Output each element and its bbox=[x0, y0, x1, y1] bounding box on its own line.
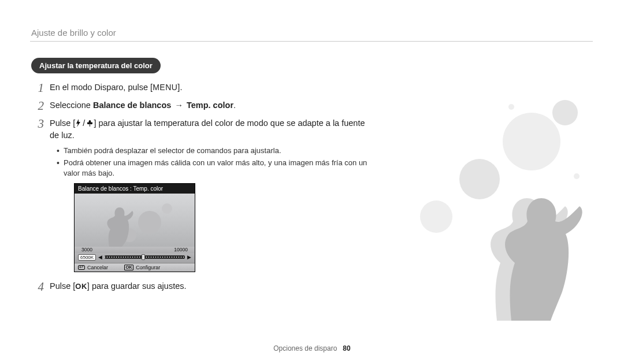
ok-label: Configurar bbox=[136, 265, 160, 270]
step-3: 3 Pulse [ / ] para ajustar la temperatur… bbox=[31, 117, 596, 141]
cancel-label: Cancelar bbox=[87, 265, 108, 270]
arrow-icon: → bbox=[174, 101, 183, 110]
lcd-header: Balance de blancos : Temp. color bbox=[75, 184, 195, 194]
flash-macro-icon-pair: / bbox=[75, 117, 94, 129]
text: ] para guardar sus ajustes. bbox=[87, 281, 187, 291]
flash-icon bbox=[75, 119, 81, 127]
step-1: 1 En el modo Disparo, pulse [MENU]. bbox=[31, 81, 596, 95]
title-rule bbox=[30, 41, 593, 42]
ok-glyph: OK bbox=[75, 282, 87, 291]
step-number: 1 bbox=[31, 81, 44, 95]
text: En el modo Disparo, pulse [ bbox=[50, 83, 153, 92]
step-body: Pulse [OK] para guardar sus ajustes. bbox=[50, 280, 187, 294]
bullet-item: También podrá desplazar el selector de c… bbox=[57, 146, 380, 156]
camera-lcd-preview: Balance de blancos : Temp. color 3000 10… bbox=[74, 183, 195, 273]
lcd-canvas bbox=[75, 194, 195, 247]
step-number: 3 bbox=[31, 117, 44, 141]
lcd-footer: Cancelar OK Configurar bbox=[75, 263, 195, 272]
step-body: Seleccione Balance de blancos → Temp. co… bbox=[50, 99, 236, 113]
text: Seleccione bbox=[50, 101, 93, 110]
scale-min: 3000 bbox=[81, 247, 92, 252]
svg-point-2 bbox=[162, 203, 172, 214]
right-triangle-icon: ▶ bbox=[187, 254, 191, 260]
lcd-scale: 3000 10000 bbox=[75, 247, 195, 253]
text: . bbox=[233, 101, 236, 110]
step-number: 2 bbox=[31, 99, 44, 113]
sub-bullets: También podrá desplazar el selector de c… bbox=[57, 146, 380, 179]
bold-text: Balance de blancos bbox=[93, 101, 171, 110]
menu-glyph: MENU bbox=[153, 83, 177, 92]
step-body: Pulse [ / ] para ajustar la temperatura … bbox=[50, 117, 373, 141]
text: ]. bbox=[177, 83, 182, 92]
lcd-cancel: Cancelar bbox=[78, 265, 108, 270]
bold-text: Temp. color bbox=[187, 101, 233, 110]
lcd-slider-row: 6500K ◀ ▶ bbox=[75, 253, 195, 263]
macro-icon bbox=[86, 119, 94, 127]
slash: / bbox=[83, 117, 85, 129]
ok-icon: OK bbox=[124, 265, 133, 270]
bullet-item: Podrá obtener una imagen más cálida con … bbox=[57, 158, 380, 178]
page-footer: Opciones de disparo 80 bbox=[0, 344, 624, 352]
svg-point-0 bbox=[138, 211, 161, 234]
left-triangle-icon: ◀ bbox=[98, 254, 102, 260]
child-silhouette-icon bbox=[75, 194, 195, 247]
page-title: Ajuste de brillo y color bbox=[28, 28, 596, 38]
lcd-ok: OK Configurar bbox=[124, 265, 160, 270]
step-body: En el modo Disparo, pulse [MENU]. bbox=[50, 81, 182, 95]
kelvin-value: 6500K bbox=[78, 254, 96, 261]
slider-track bbox=[105, 255, 185, 259]
slider-thumb bbox=[142, 254, 145, 260]
steps-list: 1 En el modo Disparo, pulse [MENU]. 2 Se… bbox=[31, 81, 596, 294]
step-2: 2 Seleccione Balance de blancos → Temp. … bbox=[31, 99, 596, 113]
section-heading-pill: Ajustar la temperatura del color bbox=[31, 58, 161, 73]
text: Pulse [ bbox=[50, 118, 75, 128]
scale-max: 10000 bbox=[174, 247, 188, 252]
step-number: 4 bbox=[31, 280, 44, 294]
page-number: 80 bbox=[343, 344, 350, 352]
footer-section: Opciones de disparo bbox=[273, 344, 337, 352]
text: ] para ajustar la temperatura del color … bbox=[50, 118, 365, 139]
back-icon bbox=[78, 265, 85, 270]
step-4: 4 Pulse [OK] para guardar sus ajustes. bbox=[31, 280, 596, 294]
text: Pulse [ bbox=[50, 281, 75, 291]
